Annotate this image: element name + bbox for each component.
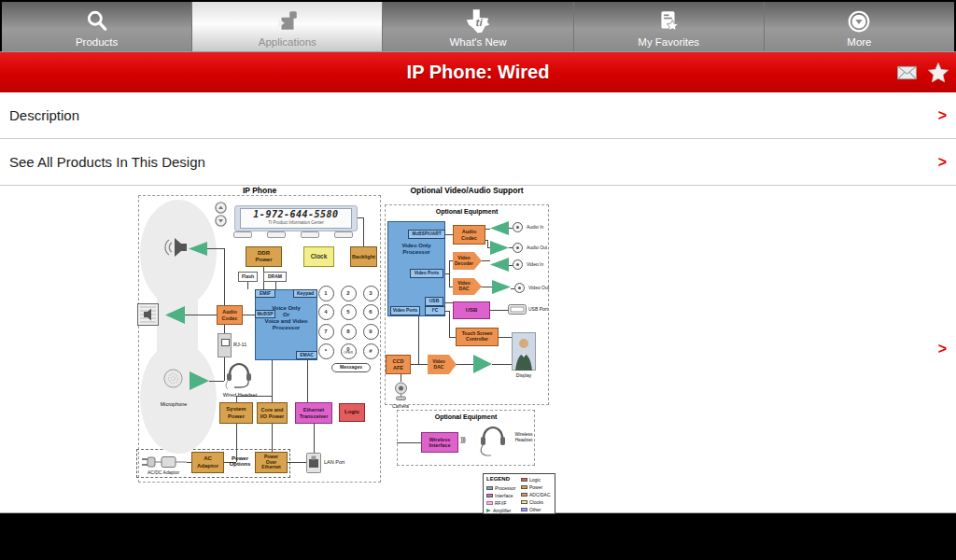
wireless-waves-icon: ))): [460, 435, 465, 443]
connector-line: [288, 462, 306, 463]
connector-line: [272, 424, 273, 452]
display-label: Display: [509, 372, 539, 378]
connector-line: [275, 282, 276, 289]
clock-block: Clock: [303, 246, 334, 267]
legend-item: Processor: [486, 484, 516, 492]
connector-line: [499, 337, 512, 338]
favorite-star-icon[interactable]: [927, 62, 949, 84]
phone-number: 1-972-644-5580: [241, 209, 351, 220]
usb-port-icon: [508, 304, 527, 315]
lan-port-icon: [306, 453, 321, 473]
legend-item: Power: [521, 483, 551, 491]
keypad-key: 0OPER: [341, 343, 357, 359]
connector-line: [207, 248, 224, 249]
connector-line: [363, 217, 364, 246]
legend-item: Clocks: [521, 498, 551, 506]
tab-label: What's New: [450, 35, 507, 49]
emac-subblock: EMAC: [296, 351, 317, 359]
keypad-key: *: [318, 343, 334, 359]
legend-item: Logic: [521, 476, 551, 483]
connector-line: [487, 247, 490, 248]
connector-line: [449, 260, 453, 261]
row-see-all-products[interactable]: See All Products In This Design >: [0, 139, 956, 186]
tab-label: More: [847, 35, 871, 49]
audio-out-jack: [513, 243, 523, 253]
block-diagram: IP Phone Optional Video/Audio Support Op…: [135, 186, 555, 512]
touch-screen-controller-block: Touch Screen Controller: [456, 328, 499, 346]
tab-applications[interactable]: Applications: [192, 2, 383, 51]
usb-subblock: USB: [425, 297, 443, 306]
softkey: [301, 231, 319, 238]
audio-in-jack: [513, 222, 523, 232]
audio-codec-block: Audio Codec: [217, 305, 243, 325]
legend-box: LEGEND ProcessorInterfaceRF/IFAmplifier …: [483, 473, 555, 514]
title-bar: IP Phone: Wired: [0, 51, 956, 92]
connector-line: [492, 364, 512, 365]
video-in-label: Video In: [527, 261, 543, 267]
softkey: [233, 231, 252, 238]
speakerphone-icon: [137, 303, 159, 326]
keypad-key: 5: [341, 304, 357, 320]
phone-display: 1-972-644-5580 TI Product Information Ce…: [234, 205, 358, 231]
video-ports-2-subblock: Video Ports: [390, 306, 420, 315]
connector-line: [314, 424, 315, 454]
connector-line: [243, 315, 255, 315]
keypad-key: 1: [318, 286, 334, 301]
video-in-jack: [513, 259, 523, 270]
rj11-label: RJ-11: [233, 342, 246, 347]
favorites-doc-star-icon: [656, 7, 681, 35]
tab-label: Applications: [259, 35, 316, 49]
microphone-icon: [163, 369, 183, 388]
mcbsp-subblock: McBSP: [255, 310, 275, 318]
legend-item: RF/IF: [486, 499, 516, 507]
ti-texas-icon: ti: [465, 7, 491, 35]
tab-more[interactable]: More: [765, 2, 954, 51]
backlight-block: Backlight: [350, 246, 377, 267]
camera-icon: [393, 382, 409, 401]
poe-block: Power Over Ethernet: [255, 452, 288, 473]
legend-item: Amplifier: [486, 507, 516, 514]
connector-line: [456, 364, 473, 365]
logic-block: Logic: [339, 403, 365, 422]
audio-out-label: Audio Out: [527, 245, 547, 250]
phone-body-band: [157, 274, 198, 372]
legend-item: Other: [521, 506, 551, 513]
connector-line: [481, 287, 492, 287]
connector-line: [449, 337, 456, 338]
video-out-label: Video Out: [528, 285, 549, 290]
row-label: Description: [0, 107, 79, 123]
video-out-jack: [514, 283, 525, 293]
connector-line: [487, 240, 488, 247]
keypad-key: 3: [363, 286, 379, 301]
block-diagram-row[interactable]: > IP Phone Optional Video/Audio Support …: [0, 186, 956, 513]
ac-adaptor-block: AC Adaptor: [191, 452, 224, 473]
connector-line: [401, 374, 401, 382]
tab-my-favorites[interactable]: My Favorites: [574, 2, 765, 51]
system-power-block: System Power: [219, 402, 253, 424]
tab-whats-new[interactable]: ti What's New: [383, 2, 573, 51]
connector-line: [449, 260, 450, 287]
connector-line: [445, 234, 453, 235]
messages-button: Messages: [331, 363, 371, 372]
legend-item: ADC/DAC: [521, 491, 551, 498]
tab-label: Products: [76, 35, 118, 49]
core-io-power-block: Core and I/O Power: [257, 402, 288, 424]
keypad-key: 8: [341, 324, 357, 340]
email-icon[interactable]: [897, 65, 917, 79]
softkey: [267, 231, 286, 238]
connector-line: [449, 287, 453, 287]
ac-plug-icon: [141, 455, 188, 469]
up-button-icon: [215, 202, 227, 214]
tab-products[interactable]: Products: [2, 2, 192, 51]
power-options-label: Power Options: [226, 455, 254, 467]
earpiece-speaker-icon: [163, 237, 188, 258]
connector-line: [449, 311, 450, 337]
connector-line: [490, 310, 508, 311]
ccd-afe-block: CCD AFE: [386, 355, 411, 374]
wireless-interface-block: Wireless Interface: [421, 432, 458, 453]
row-description[interactable]: Description >: [0, 92, 956, 139]
more-circle-down-icon: [847, 7, 871, 35]
connector-line: [411, 364, 428, 365]
legend-left-column: ProcessorInterfaceRF/IFAmplifier: [486, 484, 516, 514]
ip-phone-title: IP Phone: [138, 186, 381, 195]
